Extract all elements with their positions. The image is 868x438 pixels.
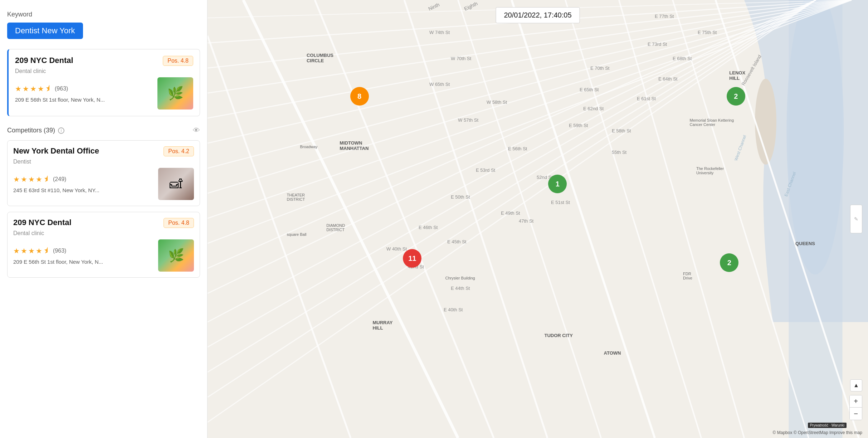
comp-0-image: 🛋: [158, 168, 194, 200]
star-2: ★: [21, 175, 27, 184]
map-svg: Ninth Eighth W 74th St E 77th St E 75th …: [208, 0, 868, 438]
marker-8[interactable]: 8: [350, 87, 369, 106]
main-business-type: Dental clinic: [15, 68, 193, 74]
svg-text:W 74th St: W 74th St: [429, 30, 450, 35]
svg-text:E 77th St: E 77th St: [655, 14, 674, 19]
main-pos-badge: Pos. 4.8: [163, 56, 193, 66]
couple-photo: 🌿: [157, 77, 193, 110]
comp-1-type: Dental clinic: [13, 230, 194, 237]
svg-text:W 40th St: W 40th St: [386, 246, 407, 252]
svg-text:E 58th St: E 58th St: [612, 128, 631, 133]
star-3: ★: [28, 175, 35, 184]
svg-text:47th St: 47th St: [519, 218, 534, 224]
svg-text:E 68th St: E 68th St: [673, 56, 692, 61]
comp-0-header: New York Dental Office Pos. 4.2: [13, 146, 194, 156]
svg-text:E 56th St: E 56th St: [508, 146, 527, 151]
comp-1-image: 🌿: [158, 239, 194, 272]
main-card-info: ★ ★ ★ ★ ⯨ (963) 209 E 56th St 1st floor,…: [15, 84, 153, 103]
star-1: ★: [15, 84, 21, 93]
star-half: ⯨: [43, 175, 50, 183]
svg-text:E 70th St: E 70th St: [590, 65, 610, 71]
main-review-count: (963): [55, 86, 68, 92]
marker-11[interactable]: 11: [403, 249, 421, 268]
main-address: 209 E 56th St 1st floor, New York, N...: [15, 97, 153, 103]
privacy-badge: Prywatność · Warunki: [808, 423, 847, 428]
svg-text:W 70th St: W 70th St: [451, 56, 471, 61]
svg-text:E 45th St: E 45th St: [447, 239, 467, 244]
map-attribution: © Mapbox © OpenStreetMap Improve this ma…: [773, 430, 862, 435]
comp-1-address: 209 E 56th St 1st floor, New York, N...: [13, 259, 154, 265]
star-4: ★: [36, 247, 42, 255]
marker-2-top[interactable]: 2: [727, 87, 745, 106]
timestamp-box: 20/01/2022, 17:40:05: [496, 7, 580, 23]
comp-1-header: 209 NYC Dental Pos. 4.8: [13, 218, 194, 228]
left-panel: Keyword Dentist New York 209 NYC Dental …: [0, 0, 208, 438]
map-area[interactable]: Ninth Eighth W 74th St E 77th St E 75th …: [208, 0, 868, 438]
svg-text:E 44th St: E 44th St: [451, 286, 470, 291]
svg-text:E 46th St: E 46th St: [419, 225, 438, 230]
main-listing-card: 209 NYC Dental Pos. 4.8 Dental clinic ★ …: [7, 49, 200, 116]
comp-1-pos: Pos. 4.8: [164, 218, 194, 228]
attribution-text[interactable]: © Mapbox © OpenStreetMap Improve this ma…: [773, 430, 862, 435]
comp-0-info: ★ ★ ★ ★ ⯨ (249) 245 E 63rd St #110, New …: [13, 175, 154, 193]
svg-text:E 59th St: E 59th St: [569, 123, 588, 128]
comp-0-address: 245 E 63rd St #110, New York, NY...: [13, 187, 154, 193]
star-half: ⯨: [43, 247, 50, 255]
marker-1[interactable]: 1: [548, 175, 567, 193]
competitors-header: Competitors (39) i 👁: [7, 126, 200, 135]
timestamp-text: 20/01/2022, 17:40:05: [504, 11, 571, 19]
competitor-card-0: New York Dental Office Pos. 4.2 Dentist …: [7, 140, 200, 206]
eye-icon[interactable]: 👁: [193, 126, 200, 135]
svg-text:E 75th St: E 75th St: [698, 30, 717, 35]
svg-text:W 58th St: W 58th St: [487, 99, 507, 105]
svg-text:E 49th St: E 49th St: [501, 210, 520, 216]
keyword-label: Keyword: [7, 11, 200, 18]
main-listing-header: 209 NYC Dental Pos. 4.8: [15, 56, 193, 66]
office-photo: 🛋: [158, 168, 194, 200]
privacy-text: Prywatność · Warunki: [810, 423, 844, 427]
star-4: ★: [36, 175, 42, 184]
competitor-card-1: 209 NYC Dental Pos. 4.8 Dental clinic ★ …: [7, 212, 200, 278]
svg-text:E 51st St: E 51st St: [551, 200, 570, 205]
svg-text:E 53rd St: E 53rd St: [476, 167, 496, 173]
star-1: ★: [13, 247, 20, 255]
couple-photo-2: 🌿: [158, 239, 194, 272]
star-4: ★: [38, 84, 44, 93]
svg-text:W 57th St: W 57th St: [458, 117, 478, 123]
comp-0-pos: Pos. 4.2: [164, 146, 194, 156]
svg-text:E 64th St: E 64th St: [658, 76, 678, 82]
svg-text:E 61st St: E 61st St: [637, 96, 656, 101]
zoom-out-button[interactable]: −: [850, 408, 862, 420]
svg-text:E 50th St: E 50th St: [451, 194, 470, 200]
compass[interactable]: ▲: [850, 379, 862, 391]
comp-1-info: ★ ★ ★ ★ ⯨ (963) 209 E 56th St 1st floor,…: [13, 247, 154, 265]
svg-text:E 40th St: E 40th St: [444, 307, 463, 312]
comp-1-stars: ★ ★ ★ ★ ⯨ (963): [13, 247, 154, 255]
comp-1-name: 209 NYC Dental: [13, 218, 72, 227]
map-scroll-control[interactable]: ✎: [850, 205, 862, 233]
zoom-in-button[interactable]: +: [850, 395, 862, 408]
comp-0-name: New York Dental Office: [13, 146, 99, 156]
star-2: ★: [23, 84, 29, 93]
main-listing-image: 🌿: [157, 77, 193, 110]
marker-2-bottom[interactable]: 2: [720, 253, 738, 272]
star-1: ★: [13, 175, 20, 184]
zoom-controls: + −: [849, 395, 862, 420]
star-3: ★: [28, 247, 35, 255]
svg-text:E 65th St: E 65th St: [580, 87, 599, 92]
svg-text:W 65th St: W 65th St: [429, 82, 450, 87]
keyword-badge[interactable]: Dentist New York: [7, 23, 83, 39]
comp-0-stars: ★ ★ ★ ★ ⯨ (249): [13, 175, 154, 184]
main-business-name: 209 NYC Dental: [15, 56, 73, 65]
comp-0-body: ★ ★ ★ ★ ⯨ (249) 245 E 63rd St #110, New …: [13, 168, 194, 200]
comp-0-review-count: (249): [53, 176, 66, 182]
comp-1-body: ★ ★ ★ ★ ⯨ (963) 209 E 56th St 1st floor,…: [13, 239, 194, 272]
competitors-title: Competitors (39): [7, 127, 55, 134]
main-card-body: ★ ★ ★ ★ ⯨ (963) 209 E 56th St 1st floor,…: [15, 77, 193, 110]
info-icon[interactable]: i: [58, 127, 64, 134]
comp-1-review-count: (963): [53, 248, 66, 254]
star-3: ★: [30, 84, 36, 93]
svg-text:E 62nd St: E 62nd St: [583, 106, 604, 111]
svg-text:E 73rd St: E 73rd St: [648, 42, 667, 47]
star-half: ⯨: [45, 84, 52, 93]
